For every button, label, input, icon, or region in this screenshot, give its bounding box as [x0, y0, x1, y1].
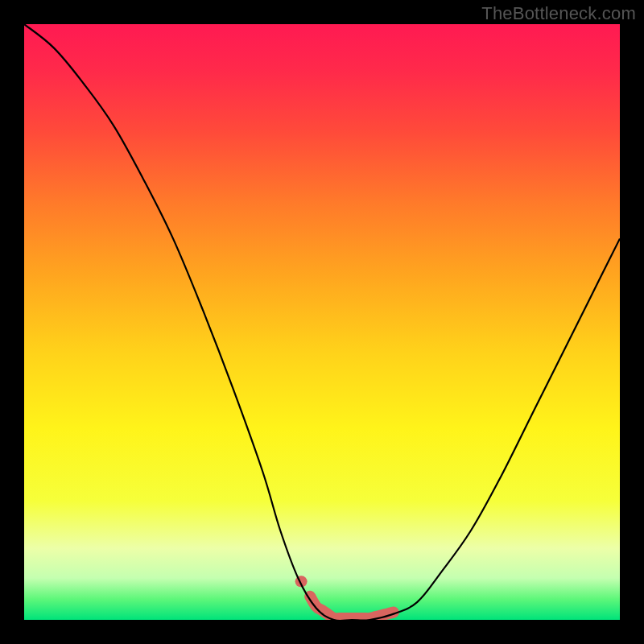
- watermark-text: TheBottleneck.com: [481, 3, 636, 24]
- plot-area: [24, 24, 620, 620]
- chart-frame: TheBottleneck.com: [0, 0, 644, 644]
- curve-layer: [24, 24, 620, 620]
- bottleneck-curve: [24, 24, 620, 620]
